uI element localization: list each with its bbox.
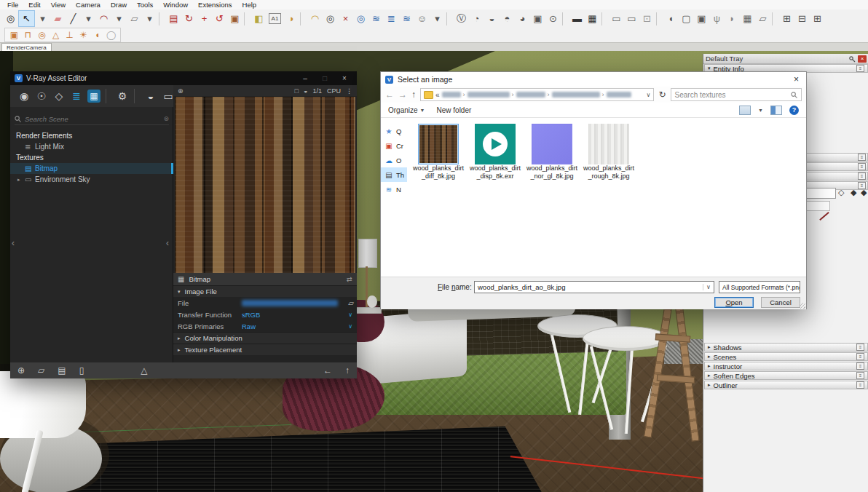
- cancel-button[interactable]: Cancel: [761, 297, 800, 308]
- pushpull-tool-icon[interactable]: ▤: [166, 11, 181, 26]
- up-icon[interactable]: ↑: [411, 90, 416, 100]
- tree-item-light-mix[interactable]: ≣ Light Mix: [10, 141, 173, 152]
- browse-folder-icon[interactable]: ▱: [348, 299, 354, 307]
- file-type-select[interactable]: All Supported Formats (*.png *. ∨: [719, 281, 800, 293]
- orbit-tool-icon[interactable]: ◎: [353, 11, 368, 26]
- row-file-path[interactable]: File ▱: [173, 297, 357, 309]
- vray-titlebar[interactable]: V V-Ray Asset Editor – □ ×: [10, 71, 357, 85]
- minimize-icon[interactable]: –: [297, 74, 313, 84]
- vray-batch-render-icon[interactable]: ⊙: [545, 11, 561, 26]
- component-grid-icon[interactable]: ⊞: [779, 11, 794, 26]
- rectangle-caret-icon[interactable]: ▾: [142, 11, 157, 26]
- eraser-tool-icon[interactable]: ▰: [50, 11, 66, 26]
- help-icon[interactable]: ?: [789, 106, 799, 115]
- lights-icon[interactable]: ☉: [33, 88, 50, 104]
- tree-item-bitmap[interactable]: ▤ Bitmap: [10, 163, 173, 174]
- vray-frame-buffer-icon[interactable]: ▣: [530, 11, 545, 26]
- section-color-manipulation[interactable]: ▸ Color Manipulation: [173, 332, 357, 344]
- previous-view-icon[interactable]: ≣: [384, 11, 399, 26]
- vray-render-camera-icon[interactable]: ▣: [7, 29, 21, 41]
- zoom-tool-icon[interactable]: ◎: [3, 11, 18, 26]
- up-icon[interactable]: ↑: [345, 365, 350, 376]
- panel-window-icon[interactable]: ≡: [856, 372, 864, 379]
- new-folder-button[interactable]: New folder: [437, 106, 472, 114]
- sidebar-this-pc[interactable]: ▤ Th: [381, 167, 407, 182]
- preview-menu-icon[interactable]: ⋮: [346, 87, 352, 95]
- panel-shadows[interactable]: ▸ Shadows ≡: [704, 343, 868, 352]
- menu-item[interactable]: Tools: [133, 1, 157, 9]
- select-caret-icon[interactable]: ▾: [35, 11, 50, 26]
- dropdown-chevron-icon[interactable]: ∨: [348, 312, 352, 318]
- default-tray-toggle-icon[interactable]: ▭: [609, 11, 624, 26]
- toolbar-divider[interactable]: [159, 12, 165, 25]
- collapse-panel-icon[interactable]: ‹: [166, 238, 169, 248]
- section-texture-placement[interactable]: ▸ Texture Placement: [173, 344, 357, 355]
- render-teapot-icon[interactable]: ◒: [143, 88, 159, 104]
- tray-close-icon[interactable]: ×: [858, 55, 867, 63]
- property-value[interactable]: sRGB: [242, 311, 260, 319]
- followme-tool-icon[interactable]: ↻: [181, 11, 197, 26]
- address-bar[interactable]: « › › › › ∨: [420, 88, 654, 101]
- vray-omni-light-icon[interactable]: ◎: [35, 29, 49, 41]
- save-file-icon[interactable]: ▤: [58, 365, 66, 376]
- purge-icon[interactable]: △: [141, 365, 147, 376]
- toolbar-divider[interactable]: [446, 12, 452, 25]
- menu-item[interactable]: Extensions: [194, 1, 236, 9]
- preview-type-icon[interactable]: ⊛: [178, 87, 184, 95]
- add-asset-icon[interactable]: ⊕: [17, 365, 25, 376]
- preview-pane-icon[interactable]: [770, 106, 782, 115]
- menu-item[interactable]: Camera: [71, 1, 105, 9]
- maximize-icon[interactable]: □: [317, 74, 333, 84]
- vray-sun-icon[interactable]: ☀: [76, 29, 90, 41]
- change-view-icon[interactable]: [739, 106, 751, 115]
- editor-divider[interactable]: [106, 89, 111, 103]
- toggle-icon[interactable]: ◆: [861, 188, 867, 197]
- combo-caret-icon[interactable]: ∨: [703, 284, 714, 290]
- panel-instructor[interactable]: ▸ Instructor ≡: [704, 362, 868, 370]
- arc-caret-icon[interactable]: ▾: [111, 11, 127, 26]
- menu-item[interactable]: File: [3, 1, 23, 9]
- tree-section-render-elements[interactable]: Render Elements: [10, 130, 173, 141]
- organize-button[interactable]: Organize▼: [388, 106, 425, 114]
- note-icon[interactable]: ▱: [755, 11, 770, 26]
- text-tool-icon[interactable]: A1: [269, 13, 281, 24]
- address-caret-icon[interactable]: ∨: [647, 92, 651, 98]
- shadow-tool-icon[interactable]: ◖: [663, 11, 679, 26]
- styles-icon[interactable]: ▬: [569, 11, 585, 26]
- sidebar-onedrive[interactable]: ☁ O: [381, 153, 407, 167]
- sidebar-creative-cloud[interactable]: ▣ Cr: [381, 138, 407, 153]
- eraser-soften-icon[interactable]: ◇: [838, 188, 844, 197]
- menu-item[interactable]: Window: [159, 1, 192, 9]
- sidebar-network[interactable]: ≋ N: [381, 182, 407, 197]
- collapse-panel-icon[interactable]: ‹: [12, 238, 15, 248]
- panel-scenes[interactable]: ▸ Scenes ≡: [704, 352, 868, 361]
- lock-icon[interactable]: ⊡: [639, 11, 655, 26]
- file-item-disp[interactable]: wood_planks_dirt _disp_8k.exr: [471, 124, 519, 180]
- geometry-icon[interactable]: ◇: [51, 88, 67, 104]
- panel-window-icon[interactable]: ≡: [856, 65, 864, 72]
- preview-size-icon[interactable]: □: [295, 87, 299, 95]
- leaf-tool-icon[interactable]: ◗: [725, 11, 740, 26]
- delete-asset-icon[interactable]: ▯: [79, 365, 84, 376]
- open-button[interactable]: Open: [714, 297, 754, 308]
- file-item-nor-gl[interactable]: wood_planks_dirt _nor_gl_8k.jpg: [528, 124, 576, 180]
- select-tool-icon[interactable]: ↖: [18, 10, 35, 27]
- arc-tool-icon[interactable]: ◠: [96, 11, 111, 26]
- clear-search-icon[interactable]: ⊗: [163, 115, 169, 122]
- tree-section-textures[interactable]: Textures: [10, 152, 173, 163]
- camera-caret-icon[interactable]: ▾: [430, 11, 445, 26]
- menu-item[interactable]: Draw: [106, 1, 131, 9]
- forward-icon[interactable]: →: [398, 90, 407, 100]
- pin-icon[interactable]: [848, 55, 856, 63]
- next-view-icon[interactable]: ≋: [399, 11, 414, 26]
- line-caret-icon[interactable]: ▾: [81, 11, 96, 26]
- face-camera-icon[interactable]: ☺: [414, 11, 430, 26]
- line-tool-icon[interactable]: ╱: [66, 11, 81, 26]
- menu-item[interactable]: View: [47, 1, 70, 9]
- box-add-icon[interactable]: ▢: [679, 11, 694, 26]
- menu-item[interactable]: Edit: [24, 1, 44, 9]
- vray-plane-light-icon[interactable]: ⊓: [21, 29, 35, 41]
- shadows-toggle-icon[interactable]: ▦: [585, 11, 600, 26]
- materials-icon[interactable]: ◉: [16, 88, 32, 104]
- toolbar-divider[interactable]: [300, 12, 306, 25]
